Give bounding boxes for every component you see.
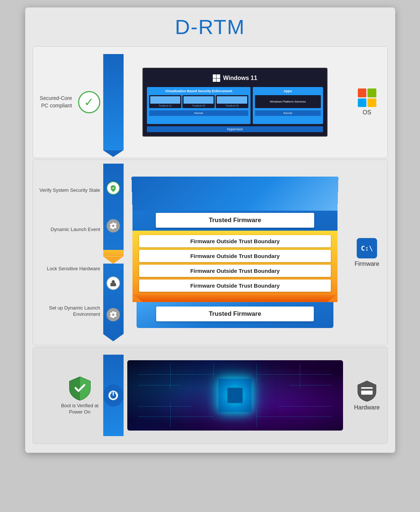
ms-yellow <box>367 98 376 107</box>
dynamic-launch-label: Dynamic Launch Event <box>51 227 100 233</box>
wps-block: Windows Platform Services <box>255 95 321 108</box>
firmware-cmd-icon: C:\ <box>357 238 377 258</box>
svg-rect-3 <box>361 389 373 391</box>
verify-shield-svg <box>110 184 117 192</box>
secured-core-text: Secured-Core PC compliant <box>33 95 72 109</box>
hypervisor-bar: Hypervisor <box>147 126 323 132</box>
ms-red <box>358 88 367 97</box>
fw-outside-4: Firmware Outside Trust Boundary <box>139 280 331 292</box>
os-section: Secured-Core PC compliant ✓ <box>33 46 388 158</box>
win-logo-q2 <box>216 74 220 78</box>
hw-label-group: Boot is Verified at Power On <box>60 375 100 415</box>
setup-dle-label: Set up Dynamic Launch Environment <box>36 305 100 318</box>
fw-blue-top <box>103 164 124 250</box>
win-logo-q1 <box>213 74 216 78</box>
os-blue-bar <box>103 54 124 150</box>
svg-rect-2 <box>361 387 373 395</box>
circuit-h2 <box>138 385 181 385</box>
circuit-v1 <box>170 364 171 389</box>
apps-block: Apps Windows Platform Services Kernel <box>253 87 323 124</box>
fw-outside-2: Firmware Outside Trust Boundary <box>139 250 331 262</box>
ms-green <box>367 88 376 97</box>
power-svg <box>108 390 118 401</box>
chip-art <box>127 360 343 431</box>
windows-content: Virtualization Based Security Enforcemen… <box>147 87 323 124</box>
svg-rect-0 <box>111 283 116 286</box>
os-content: Windows 11 Virtualization Based Security… <box>124 54 347 150</box>
win-logo-q4 <box>216 78 220 82</box>
hardware-shield-icon <box>357 380 377 402</box>
fw-gold-chevron <box>103 256 124 264</box>
firmware-label: Firmware <box>355 261 379 267</box>
gear-icon <box>109 222 117 230</box>
power-button-icon <box>103 384 124 406</box>
verify-icon <box>107 181 120 195</box>
fw-bar-col <box>103 164 124 341</box>
fw-blue-bottom-slab: Trusted Firmware <box>137 300 333 328</box>
hw-right-icon: Hardware <box>347 355 387 436</box>
fw-blue-bottom-bar <box>103 264 124 334</box>
circuit-h4 <box>138 416 214 417</box>
setup-dle-label-group: Set up Dynamic Launch Environment <box>36 305 100 318</box>
fw-content: Trusted Firmware Firmware Outside Trust … <box>124 164 347 341</box>
fw-outside-1: Firmware Outside Trust Boundary <box>139 235 331 247</box>
trusted-firmware-bottom-label: Trusted Firmware <box>156 307 313 321</box>
page-wrapper: D-RTM Secured-Core PC compliant ✓ <box>25 7 395 453</box>
windows-title: Windows 11 <box>223 75 257 81</box>
hw-blue-bar <box>103 355 124 436</box>
win-logo-q3 <box>213 78 216 82</box>
lock-hw-label-group: Lock Sensitive Hardware <box>47 266 100 272</box>
trustlet-2-label: TrustLet #2 <box>184 104 214 107</box>
circuit-h6 <box>289 385 332 385</box>
hw-content <box>124 355 347 436</box>
trustlets-row: TrustLet #1 TrustLet #2 TrustLet #3 <box>149 95 248 108</box>
windows-titlebar: Windows 11 <box>147 72 323 84</box>
dynamic-launch-label-group: Dynamic Launch Event <box>51 227 100 233</box>
page-title: D-RTM <box>33 15 388 39</box>
lock-svg <box>110 280 117 287</box>
fw-outside-3: Firmware Outside Trust Boundary <box>139 265 331 277</box>
os-right-icon: OS <box>347 54 387 150</box>
trustlet-3-inner <box>217 96 247 104</box>
vbs-title: Virtualization Based Security Enforcemen… <box>149 89 248 93</box>
fw-blue-top-slab <box>131 177 338 211</box>
trustlet-1-inner <box>150 96 180 104</box>
fw-trusted-top-row: Trusted Firmware <box>132 210 337 231</box>
trustlet-1-label: TrustLet #1 <box>150 104 180 107</box>
hardware-label: Hardware <box>354 404 380 411</box>
fw-labels-col: Verify System Security State Dynamic Lau… <box>33 164 103 341</box>
fw-gold-stack: Firmware Outside Trust Boundary Firmware… <box>132 231 337 302</box>
setup-dle-icon <box>107 308 120 321</box>
boot-verified-text: Boot is Verified at Power On <box>60 403 100 415</box>
vbs-kernel-bar: Kernel <box>149 110 248 116</box>
secured-core-label-group: Secured-Core PC compliant ✓ <box>33 91 100 113</box>
dynamic-launch-icon <box>107 219 120 232</box>
trustlet-2: TrustLet #2 <box>182 95 215 108</box>
trustlet-1: TrustLet #1 <box>149 95 181 108</box>
circuit-v5 <box>170 402 171 427</box>
lock-icon <box>107 277 120 290</box>
circuit-v6 <box>256 409 257 427</box>
verify-label: Verify System Security State <box>39 187 100 194</box>
ms-logo-icon <box>358 88 376 107</box>
fw-perspective-stack: Trusted Firmware Firmware Outside Trust … <box>132 177 337 328</box>
lock-hw-label: Lock Sensitive Hardware <box>47 266 100 272</box>
os-chevron-down <box>103 150 123 157</box>
circuit-h7 <box>278 406 332 406</box>
green-shield-icon <box>69 375 91 401</box>
os-label: OS <box>363 109 371 116</box>
trustlet-3-label: TrustLet #3 <box>217 104 247 107</box>
circuit-v2 <box>214 364 214 378</box>
circuit-h8 <box>256 416 332 417</box>
vbs-block: Virtualization Based Security Enforcemen… <box>147 87 251 124</box>
secured-core-check-icon: ✓ <box>78 91 100 113</box>
os-left-label-col: Secured-Core PC compliant ✓ <box>33 54 103 150</box>
verify-label-group: Verify System Security State <box>39 187 100 194</box>
central-chip <box>218 379 252 412</box>
circuit-h5 <box>256 374 332 375</box>
hardware-section: Boot is Verified at Power On <box>33 347 388 444</box>
fw-gold-connector <box>103 250 124 256</box>
hw-left-col: Boot is Verified at Power On <box>33 355 103 436</box>
gear2-icon <box>109 311 117 319</box>
circuit-v4 <box>300 364 300 389</box>
